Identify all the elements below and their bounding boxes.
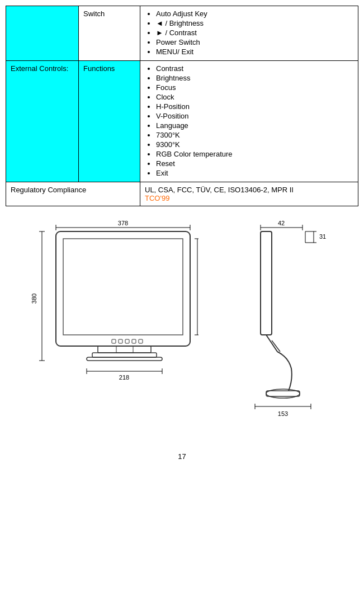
switch-items-cell: Auto Adjust Key ◄ / Brightness ► / Contr… [140, 6, 358, 61]
svg-line-37 [266, 335, 277, 352]
regulatory-text: UL, CSA, FCC, TÜV, CE, ISO13406-2, MPR I… [145, 186, 294, 194]
switch-label-cell: Switch [79, 6, 140, 61]
list-item: Clock [156, 93, 353, 101]
svg-rect-9 [116, 346, 133, 353]
svg-rect-4 [56, 231, 190, 346]
list-item: V-Position [156, 112, 353, 120]
svg-text:153: 153 [278, 410, 288, 417]
svg-rect-10 [112, 339, 116, 343]
svg-rect-5 [63, 239, 183, 335]
front-diagram: 378 380 [25, 217, 198, 436]
page-wrapper: Switch Auto Adjust Key ◄ / Brightness ► … [6, 6, 358, 461]
svg-text:218: 218 [119, 374, 129, 381]
table-row-functions: External Controls: Functions Contrast Br… [6, 61, 358, 182]
svg-rect-12 [125, 339, 129, 343]
page-number: 17 [6, 452, 358, 461]
regulatory-label: Regulatory Compliance [11, 186, 86, 194]
svg-text:42: 42 [278, 220, 285, 226]
list-item: Contrast [156, 64, 353, 73]
svg-rect-40 [266, 391, 300, 396]
list-item: 9300°K [156, 140, 353, 149]
front-view-svg: 378 380 [25, 217, 198, 436]
list-item: MENU/ Exit [156, 48, 353, 56]
list-item: Exit [156, 169, 353, 177]
specs-table: Switch Auto Adjust Key ◄ / Brightness ► … [6, 6, 358, 206]
switch-label: Switch [83, 10, 105, 18]
functions-label-cell: Functions [79, 61, 140, 182]
list-item: 7300°K [156, 131, 353, 139]
regulatory-content-cell: UL, CSA, FCC, TÜV, CE, ISO13406-2, MPR I… [140, 182, 358, 206]
svg-text:31: 31 [319, 233, 326, 240]
functions-list: Contrast Brightness Focus Clock H-Positi… [145, 64, 353, 177]
regulatory-label-cell: Regulatory Compliance [6, 182, 140, 206]
svg-rect-7 [92, 353, 157, 357]
svg-rect-13 [132, 339, 136, 343]
list-item: H-Position [156, 102, 353, 111]
list-item: Reset [156, 159, 353, 168]
svg-rect-14 [139, 339, 143, 343]
svg-rect-11 [119, 339, 122, 343]
svg-text:378: 378 [118, 220, 128, 226]
switch-empty-cell [6, 6, 79, 61]
list-item: ◄ / Brightness [156, 19, 353, 27]
switch-list: Auto Adjust Key ◄ / Brightness ► / Contr… [145, 10, 353, 56]
functions-label: Functions [83, 64, 115, 73]
external-controls-cell: External Controls: [6, 61, 79, 182]
table-row-switch: Switch Auto Adjust Key ◄ / Brightness ► … [6, 6, 358, 61]
list-item: Focus [156, 83, 353, 92]
list-item: Language [156, 121, 353, 130]
list-item: Power Switch [156, 38, 353, 46]
svg-rect-6 [98, 346, 151, 353]
list-item: Auto Adjust Key [156, 10, 353, 18]
svg-text:294: 294 [197, 282, 198, 292]
functions-items-cell: Contrast Brightness Focus Clock H-Positi… [140, 61, 358, 182]
tco-text: TCO'99 [145, 194, 169, 202]
svg-rect-36 [261, 231, 272, 335]
list-item: Brightness [156, 74, 353, 82]
list-item: ► / Contrast [156, 29, 353, 37]
svg-text:380: 380 [31, 294, 37, 304]
side-view-svg: 42 31 [249, 217, 339, 436]
list-item: RGB Color temperature [156, 150, 353, 158]
side-diagram: 42 31 [249, 217, 339, 436]
svg-rect-8 [87, 357, 162, 361]
table-row-regulatory: Regulatory Compliance UL, CSA, FCC, TÜV,… [6, 182, 358, 206]
external-controls-label: External Controls: [11, 64, 68, 73]
diagrams-section: 378 380 [6, 217, 358, 436]
